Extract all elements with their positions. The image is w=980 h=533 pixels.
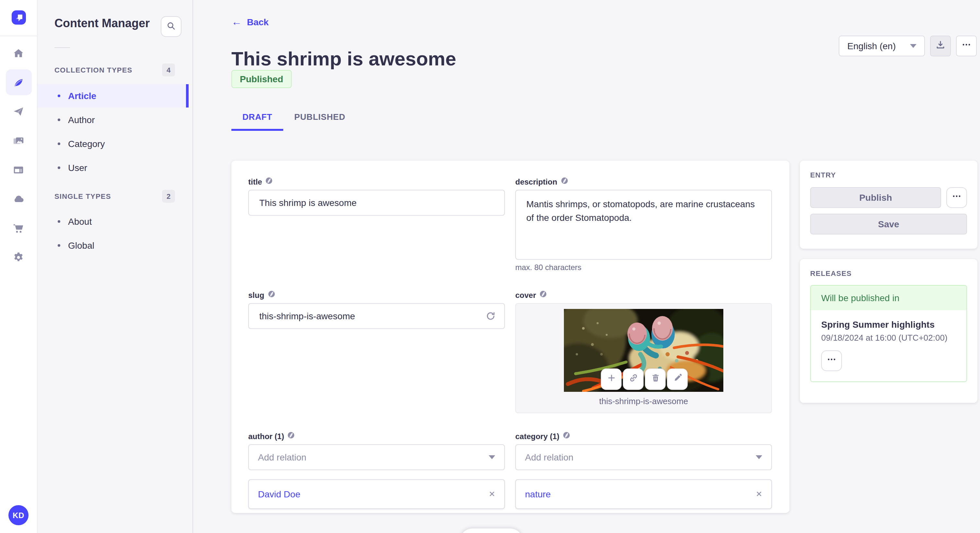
field-label-text: title bbox=[248, 177, 262, 186]
author-relation-combobox[interactable]: Add relation bbox=[248, 444, 505, 470]
sidebar-item-label: Author bbox=[68, 115, 95, 125]
author-field-label: author (1) bbox=[248, 431, 505, 441]
release-date: 09/18/2024 at 16:00 (UTC+02:00) bbox=[821, 333, 956, 343]
release-status: Will be published in bbox=[811, 286, 966, 310]
sidebar-item-label: User bbox=[68, 163, 87, 173]
sidebar-item-author[interactable]: Author bbox=[37, 108, 189, 132]
relation-placeholder: Add relation bbox=[258, 452, 306, 462]
ellipsis-icon bbox=[961, 40, 972, 52]
description-field-label: description bbox=[515, 177, 772, 187]
bullet-icon bbox=[58, 119, 60, 121]
sidebar-item-label: Category bbox=[68, 139, 105, 149]
section-label: SINGLE TYPES bbox=[54, 192, 111, 200]
title-input[interactable] bbox=[248, 190, 505, 216]
user-avatar[interactable]: KD bbox=[8, 505, 29, 525]
releases-panel: RELEASES Will be published in Spring Sum… bbox=[800, 259, 977, 403]
release-title[interactable]: Spring Summer highlights bbox=[821, 319, 956, 330]
sidebar-item-category[interactable]: Category bbox=[37, 132, 189, 155]
section-label: COLLECTION TYPES bbox=[54, 66, 132, 74]
arrow-left-icon: ← bbox=[231, 17, 242, 27]
entry-heading: ENTRY bbox=[810, 171, 967, 179]
release-more-button[interactable] bbox=[821, 351, 842, 371]
copy-link-button[interactable] bbox=[623, 368, 644, 390]
download-icon bbox=[935, 40, 946, 52]
search-button[interactable] bbox=[161, 16, 181, 37]
releases-heading: RELEASES bbox=[810, 270, 967, 277]
description-textarea[interactable]: Mantis shrimps, or stomatopods, are mari… bbox=[515, 190, 772, 260]
sidebar-item-label: Global bbox=[68, 240, 94, 251]
single-types-header: SINGLE TYPES 2 bbox=[54, 190, 175, 203]
sidebar-item-article[interactable]: Article bbox=[37, 84, 189, 108]
save-button[interactable]: Save bbox=[810, 214, 967, 235]
bullet-icon bbox=[58, 143, 60, 145]
rail-header bbox=[0, 0, 37, 36]
tab-published[interactable]: PUBLISHED bbox=[283, 105, 356, 131]
locale-select[interactable]: English (en) bbox=[839, 36, 925, 56]
home-icon[interactable] bbox=[8, 43, 29, 63]
slug-input[interactable] bbox=[248, 303, 505, 329]
edit-form-card: title description Mantis shrimps, or sto… bbox=[231, 160, 789, 513]
sidebar-item-about[interactable]: About bbox=[37, 210, 189, 233]
content-manager-feather-icon[interactable] bbox=[5, 69, 32, 95]
locale-globe-icon bbox=[267, 290, 275, 300]
header-controls: English (en) bbox=[839, 36, 977, 56]
sidebar-item-label: About bbox=[68, 216, 92, 227]
author-relation-item: David Doe ✕ bbox=[248, 479, 505, 509]
page-title: This shrimp is awesome bbox=[231, 48, 456, 70]
bullet-icon bbox=[58, 220, 60, 223]
publish-button[interactable]: Publish bbox=[810, 187, 941, 208]
bullet-icon bbox=[58, 244, 60, 247]
sidebar-item-global[interactable]: Global bbox=[37, 234, 189, 257]
regenerate-slug-icon[interactable] bbox=[483, 308, 498, 324]
title-field-label: title bbox=[248, 177, 505, 187]
description-hint: max. 80 characters bbox=[515, 263, 772, 272]
cloud-icon[interactable] bbox=[8, 189, 29, 209]
published-status-badge: Published bbox=[231, 70, 292, 88]
strapi-logo-icon[interactable] bbox=[12, 10, 26, 25]
chevron-down-icon bbox=[910, 44, 916, 48]
locale-globe-icon bbox=[563, 431, 570, 441]
media-library-icon[interactable] bbox=[8, 130, 29, 151]
sidebar-item-user[interactable]: User bbox=[37, 156, 189, 179]
download-button[interactable] bbox=[930, 36, 951, 56]
remove-relation-icon[interactable]: ✕ bbox=[489, 490, 495, 499]
locale-globe-icon bbox=[288, 431, 295, 441]
cover-media-field: this-shrimp-is-awesome bbox=[515, 303, 772, 413]
floating-widget-pill[interactable] bbox=[460, 528, 523, 533]
main-content: ← Back This shrimp is awesome Published … bbox=[192, 0, 980, 533]
locale-globe-icon bbox=[560, 177, 568, 187]
collection-types-count-badge: 4 bbox=[162, 63, 175, 76]
more-options-button[interactable] bbox=[956, 36, 977, 56]
category-field-label: category (1) bbox=[515, 431, 772, 441]
locale-globe-icon bbox=[539, 290, 547, 300]
add-media-button[interactable] bbox=[601, 368, 622, 390]
search-icon bbox=[166, 21, 176, 33]
entry-panel: ENTRY Publish Save bbox=[800, 160, 977, 249]
edit-media-button[interactable] bbox=[667, 368, 688, 390]
entry-more-button[interactable] bbox=[946, 187, 967, 208]
version-tabs: DRAFT PUBLISHED bbox=[231, 105, 356, 131]
category-relation-combobox[interactable]: Add relation bbox=[515, 444, 772, 470]
tab-draft[interactable]: DRAFT bbox=[231, 105, 283, 131]
single-types-count-badge: 2 bbox=[162, 190, 175, 203]
relation-link[interactable]: nature bbox=[525, 489, 550, 499]
slug-field-label: slug bbox=[248, 290, 505, 300]
divider bbox=[54, 47, 70, 48]
settings-gear-icon[interactable] bbox=[8, 247, 29, 268]
bullet-icon bbox=[58, 167, 60, 169]
back-label: Back bbox=[247, 17, 269, 27]
category-relation-item: nature ✕ bbox=[515, 479, 772, 509]
delete-media-button[interactable] bbox=[645, 368, 666, 390]
remove-relation-icon[interactable]: ✕ bbox=[756, 490, 762, 499]
bullet-icon bbox=[58, 95, 60, 97]
relation-link[interactable]: David Doe bbox=[258, 489, 301, 499]
collection-types-header: COLLECTION TYPES 4 bbox=[54, 63, 175, 76]
paper-plane-icon[interactable] bbox=[8, 101, 29, 122]
back-link[interactable]: ← Back bbox=[231, 17, 269, 27]
slug-field bbox=[248, 303, 505, 329]
link-icon bbox=[628, 373, 638, 385]
marketplace-cart-icon[interactable] bbox=[8, 217, 29, 238]
relation-placeholder: Add relation bbox=[525, 452, 573, 462]
content-type-builder-icon[interactable] bbox=[8, 159, 29, 180]
chevron-down-icon bbox=[489, 455, 495, 459]
